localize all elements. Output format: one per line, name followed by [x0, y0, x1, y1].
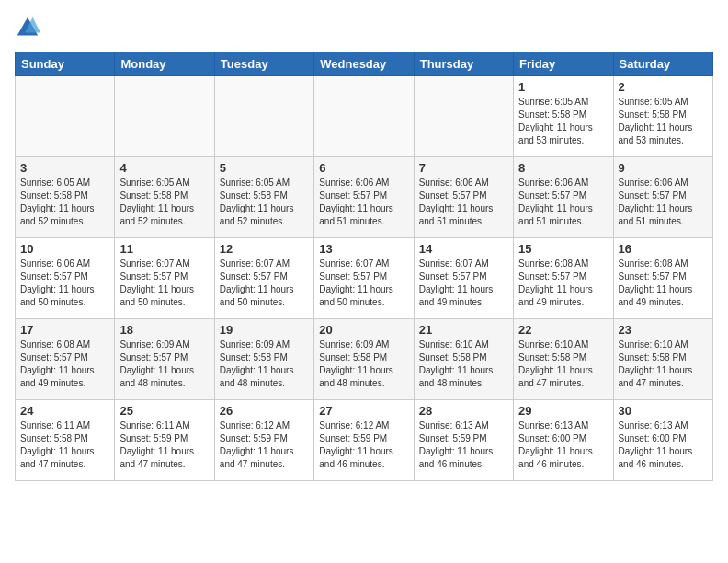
day-number: 9 [619, 161, 708, 175]
calendar-cell: 16Sunrise: 6:08 AM Sunset: 5:57 PM Dayli… [613, 238, 712, 319]
calendar-cell: 23Sunrise: 6:10 AM Sunset: 5:58 PM Dayli… [613, 319, 712, 400]
day-info: Sunrise: 6:06 AM Sunset: 5:57 PM Dayligh… [319, 177, 408, 228]
day-info: Sunrise: 6:12 AM Sunset: 5:59 PM Dayligh… [220, 419, 309, 471]
logo [15, 15, 44, 40]
weekday-header-monday: Monday [115, 52, 214, 76]
calendar-cell [115, 76, 214, 157]
calendar-cell: 21Sunrise: 6:10 AM Sunset: 5:58 PM Dayli… [414, 319, 513, 400]
day-number: 11 [119, 242, 209, 256]
calendar-week-row: 24Sunrise: 6:11 AM Sunset: 5:58 PM Dayli… [16, 400, 713, 481]
calendar-cell [314, 76, 414, 157]
day-info: Sunrise: 6:06 AM Sunset: 5:57 PM Dayligh… [419, 177, 508, 228]
day-number: 15 [518, 242, 608, 256]
calendar-week-row: 1Sunrise: 6:05 AM Sunset: 5:58 PM Daylig… [16, 76, 713, 157]
calendar-week-row: 10Sunrise: 6:06 AM Sunset: 5:57 PM Dayli… [16, 238, 713, 319]
weekday-header-row: SundayMondayTuesdayWednesdayThursdayFrid… [16, 52, 713, 76]
calendar-cell: 17Sunrise: 6:08 AM Sunset: 5:57 PM Dayli… [16, 319, 115, 400]
weekday-header-wednesday: Wednesday [314, 52, 414, 76]
calendar-week-row: 3Sunrise: 6:05 AM Sunset: 5:58 PM Daylig… [16, 157, 713, 238]
day-number: 26 [220, 404, 309, 418]
weekday-header-tuesday: Tuesday [214, 52, 313, 76]
day-number: 8 [518, 161, 608, 175]
calendar-cell: 7Sunrise: 6:06 AM Sunset: 5:57 PM Daylig… [414, 157, 513, 238]
calendar-cell: 26Sunrise: 6:12 AM Sunset: 5:59 PM Dayli… [214, 400, 313, 481]
day-info: Sunrise: 6:08 AM Sunset: 5:57 PM Dayligh… [518, 258, 608, 309]
day-info: Sunrise: 6:09 AM Sunset: 5:58 PM Dayligh… [319, 339, 408, 390]
day-number: 23 [619, 323, 708, 337]
day-info: Sunrise: 6:13 AM Sunset: 6:00 PM Dayligh… [619, 419, 708, 471]
calendar-cell: 18Sunrise: 6:09 AM Sunset: 5:57 PM Dayli… [115, 319, 214, 400]
day-info: Sunrise: 6:10 AM Sunset: 5:58 PM Dayligh… [419, 339, 508, 390]
weekday-header-sunday: Sunday [16, 52, 115, 76]
day-number: 22 [518, 323, 608, 337]
day-info: Sunrise: 6:08 AM Sunset: 5:57 PM Dayligh… [20, 339, 109, 390]
day-info: Sunrise: 6:12 AM Sunset: 5:59 PM Dayligh… [319, 419, 408, 471]
calendar-cell: 2Sunrise: 6:05 AM Sunset: 5:58 PM Daylig… [613, 76, 712, 157]
calendar-week-row: 17Sunrise: 6:08 AM Sunset: 5:57 PM Dayli… [16, 319, 713, 400]
day-info: Sunrise: 6:07 AM Sunset: 5:57 PM Dayligh… [220, 258, 309, 309]
day-number: 27 [319, 404, 408, 418]
day-info: Sunrise: 6:05 AM Sunset: 5:58 PM Dayligh… [20, 177, 109, 228]
calendar-cell: 9Sunrise: 6:06 AM Sunset: 5:57 PM Daylig… [613, 157, 712, 238]
calendar-cell: 22Sunrise: 6:10 AM Sunset: 5:58 PM Dayli… [514, 319, 613, 400]
day-number: 4 [119, 161, 209, 175]
day-number: 14 [419, 242, 508, 256]
day-info: Sunrise: 6:09 AM Sunset: 5:57 PM Dayligh… [119, 339, 209, 390]
day-info: Sunrise: 6:07 AM Sunset: 5:57 PM Dayligh… [119, 258, 209, 309]
calendar-cell: 24Sunrise: 6:11 AM Sunset: 5:58 PM Dayli… [16, 400, 115, 481]
day-number: 24 [20, 404, 109, 418]
calendar-cell: 30Sunrise: 6:13 AM Sunset: 6:00 PM Dayli… [613, 400, 712, 481]
day-info: Sunrise: 6:13 AM Sunset: 6:00 PM Dayligh… [518, 419, 608, 471]
calendar-cell: 15Sunrise: 6:08 AM Sunset: 5:57 PM Dayli… [514, 238, 613, 319]
calendar-cell: 20Sunrise: 6:09 AM Sunset: 5:58 PM Dayli… [314, 319, 414, 400]
calendar-cell: 12Sunrise: 6:07 AM Sunset: 5:57 PM Dayli… [214, 238, 313, 319]
day-number: 29 [518, 404, 608, 418]
day-info: Sunrise: 6:07 AM Sunset: 5:57 PM Dayligh… [319, 258, 408, 309]
calendar-cell: 5Sunrise: 6:05 AM Sunset: 5:58 PM Daylig… [214, 157, 313, 238]
day-info: Sunrise: 6:05 AM Sunset: 5:58 PM Dayligh… [220, 177, 309, 228]
day-info: Sunrise: 6:07 AM Sunset: 5:57 PM Dayligh… [419, 258, 508, 309]
calendar-cell: 6Sunrise: 6:06 AM Sunset: 5:57 PM Daylig… [314, 157, 414, 238]
calendar-cell: 13Sunrise: 6:07 AM Sunset: 5:57 PM Dayli… [314, 238, 414, 319]
calendar-cell: 10Sunrise: 6:06 AM Sunset: 5:57 PM Dayli… [16, 238, 115, 319]
day-info: Sunrise: 6:10 AM Sunset: 5:58 PM Dayligh… [518, 339, 608, 390]
day-number: 12 [220, 242, 309, 256]
weekday-header-thursday: Thursday [414, 52, 513, 76]
day-number: 1 [518, 80, 608, 94]
calendar-cell: 3Sunrise: 6:05 AM Sunset: 5:58 PM Daylig… [16, 157, 115, 238]
day-number: 5 [220, 161, 309, 175]
day-number: 3 [20, 161, 109, 175]
day-number: 13 [319, 242, 408, 256]
day-number: 6 [319, 161, 408, 175]
calendar-cell [16, 76, 115, 157]
day-number: 28 [419, 404, 508, 418]
logo-icon [15, 15, 40, 40]
day-info: Sunrise: 6:10 AM Sunset: 5:58 PM Dayligh… [619, 339, 708, 390]
day-number: 19 [220, 323, 309, 337]
day-number: 21 [419, 323, 508, 337]
day-info: Sunrise: 6:11 AM Sunset: 5:58 PM Dayligh… [20, 419, 109, 471]
day-info: Sunrise: 6:13 AM Sunset: 5:59 PM Dayligh… [419, 419, 508, 471]
weekday-header-friday: Friday [514, 52, 613, 76]
calendar-cell: 1Sunrise: 6:05 AM Sunset: 5:58 PM Daylig… [514, 76, 613, 157]
day-info: Sunrise: 6:05 AM Sunset: 5:58 PM Dayligh… [119, 177, 209, 228]
day-info: Sunrise: 6:06 AM Sunset: 5:57 PM Dayligh… [518, 177, 608, 228]
page-header [15, 15, 713, 40]
day-info: Sunrise: 6:06 AM Sunset: 5:57 PM Dayligh… [619, 177, 708, 228]
calendar-cell [414, 76, 513, 157]
calendar-cell: 29Sunrise: 6:13 AM Sunset: 6:00 PM Dayli… [514, 400, 613, 481]
calendar-cell: 11Sunrise: 6:07 AM Sunset: 5:57 PM Dayli… [115, 238, 214, 319]
day-number: 10 [20, 242, 109, 256]
day-number: 18 [119, 323, 209, 337]
calendar-cell [214, 76, 313, 157]
calendar-cell: 14Sunrise: 6:07 AM Sunset: 5:57 PM Dayli… [414, 238, 513, 319]
day-info: Sunrise: 6:09 AM Sunset: 5:58 PM Dayligh… [220, 339, 309, 390]
calendar-cell: 4Sunrise: 6:05 AM Sunset: 5:58 PM Daylig… [115, 157, 214, 238]
day-number: 30 [619, 404, 708, 418]
day-info: Sunrise: 6:11 AM Sunset: 5:59 PM Dayligh… [119, 419, 209, 471]
calendar-table: SundayMondayTuesdayWednesdayThursdayFrid… [15, 52, 713, 481]
day-info: Sunrise: 6:05 AM Sunset: 5:58 PM Dayligh… [619, 96, 708, 147]
day-number: 2 [619, 80, 708, 94]
day-number: 7 [419, 161, 508, 175]
day-info: Sunrise: 6:05 AM Sunset: 5:58 PM Dayligh… [518, 96, 608, 147]
